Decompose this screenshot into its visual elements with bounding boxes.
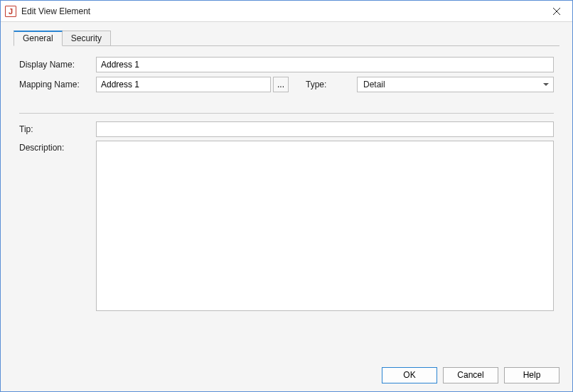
ok-button-label: OK (403, 370, 415, 380)
tab-body-general: Display Name: Mapping Name: ... Type: De… (14, 46, 559, 359)
label-display-name: Display Name: (19, 60, 96, 70)
mapping-name-browse-button[interactable]: ... (273, 77, 289, 92)
label-mapping-name: Mapping Name: (19, 80, 96, 89)
help-button-label: Help (523, 370, 541, 380)
label-type: Type: (306, 80, 338, 89)
label-tip: Tip: (19, 124, 96, 134)
row-description: Description: (19, 141, 554, 353)
tab-general[interactable]: General (14, 31, 63, 46)
chevron-down-icon (543, 83, 549, 86)
dialog-footer: OK Cancel Help (1, 359, 572, 391)
close-icon (553, 8, 560, 15)
mapping-name-input[interactable] (96, 77, 271, 92)
description-input[interactable] (96, 141, 554, 311)
row-tip: Tip: (19, 121, 554, 138)
dialog-window: J Edit View Element General Security Dis… (0, 0, 573, 392)
close-button[interactable] (541, 1, 572, 22)
tab-security[interactable]: Security (62, 31, 111, 46)
titlebar: J Edit View Element (1, 1, 572, 22)
tab-strip: General Security (14, 31, 559, 46)
cancel-button[interactable]: Cancel (443, 367, 498, 383)
ellipsis-icon: ... (277, 80, 284, 89)
label-description: Description: (19, 141, 96, 153)
app-icon: J (5, 6, 16, 17)
row-display-name: Display Name: (19, 56, 554, 73)
cancel-button-label: Cancel (457, 370, 483, 380)
type-select[interactable]: Detail (357, 77, 554, 92)
app-icon-letter: J (9, 7, 13, 16)
tip-input[interactable] (96, 121, 554, 137)
tab-security-label: Security (71, 33, 102, 43)
dialog-content: General Security Display Name: Mapping N… (1, 22, 572, 359)
tab-general-label: General (23, 33, 53, 43)
window-title: Edit View Element (21, 6, 541, 16)
section-separator (19, 113, 554, 114)
ok-button[interactable]: OK (382, 367, 437, 383)
row-mapping-name: Mapping Name: ... Type: Detail (19, 76, 554, 93)
display-name-input[interactable] (96, 57, 554, 72)
type-select-value: Detail (363, 80, 385, 89)
help-button[interactable]: Help (504, 367, 559, 383)
